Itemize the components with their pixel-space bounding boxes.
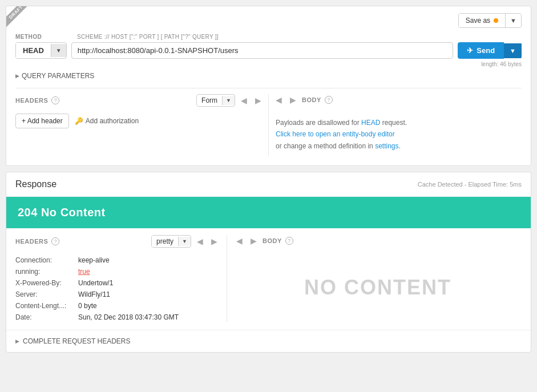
table-row: running:true (15, 266, 220, 277)
table-row: Date:Sun, 02 Dec 2018 03:47:30 GMT (15, 312, 220, 323)
pretty-dropdown[interactable]: pretty ▼ (151, 235, 191, 248)
add-header-button[interactable]: + Add header (15, 114, 69, 128)
method-url-row: HEAD ▼ ✈ Send ▼ (15, 42, 522, 59)
no-content-text: NO CONTENT (304, 276, 451, 300)
settings-link[interactable]: settings (375, 142, 398, 150)
header-value: WildFly/11 (78, 289, 220, 300)
method-select[interactable]: HEAD ▼ (15, 42, 67, 59)
headers-section-header: HEADERS ? Form ▼ ◀ ▶ (15, 94, 264, 107)
method-dropdown-arrow[interactable]: ▼ (51, 44, 66, 57)
headers-section: HEADERS ? Form ▼ ◀ ▶ + Add header 🔑 (15, 94, 268, 128)
save-as-button[interactable]: Save as ▼ (458, 13, 522, 28)
pretty-arrow[interactable]: ▼ (178, 237, 191, 246)
headers-help-icon[interactable]: ? (51, 96, 59, 104)
form-value: Form (197, 95, 222, 106)
query-params-triangle: ▶ (15, 73, 19, 79)
url-length: length: 46 bytes (15, 61, 522, 67)
resp-nav-left[interactable]: ◀ (195, 236, 205, 247)
send-dropdown-arrow[interactable]: ▼ (504, 43, 522, 58)
resp-headers-help[interactable]: ? (51, 237, 59, 245)
header-value: 0 byte (78, 300, 220, 312)
headers-title: HEADERS (15, 97, 48, 104)
body-nav-right[interactable]: ▶ (288, 94, 298, 106)
body-text4: . (398, 142, 400, 150)
save-as-dot (494, 18, 498, 23)
resp-body-section: ◀ ▶ BODY ? NO CONTENT (227, 235, 522, 322)
body-text1: Payloads are disallowed for (276, 119, 361, 127)
key-icon: 🔑 (75, 117, 83, 125)
header-name: Date: (15, 312, 78, 323)
draft-label: DRAFT (6, 6, 29, 27)
save-as-row: Save as ▼ (15, 13, 522, 28)
send-button[interactable]: ✈ Send (458, 42, 504, 59)
table-row: X-Powered-By:Undertow/1 (15, 277, 220, 289)
resp-nav-right[interactable]: ▶ (209, 236, 220, 247)
status-bar: 204 No Content (6, 197, 531, 228)
url-input[interactable] (71, 42, 454, 59)
headers-buttons: + Add header 🔑 Add authorization (15, 114, 264, 128)
resp-body-header: ◀ ▶ BODY ? (234, 235, 522, 246)
body-line1: Payloads are disallowed for HEAD request… (276, 117, 519, 128)
head-link[interactable]: HEAD (361, 119, 380, 127)
main-wrapper: DRAFT Save as ▼ METHOD SCHEME :// HOST [… (0, 0, 537, 358)
response-content: HEADERS ? pretty ▼ ◀ ▶ Connection:keep-a… (6, 228, 531, 330)
nav-left-arrow[interactable]: ◀ (239, 95, 249, 106)
resp-headers-title: HEADERS (15, 238, 48, 245)
header-value: keep-alive (78, 254, 220, 266)
table-row: Content-Lengt...:0 byte (15, 300, 220, 312)
body-nav-left[interactable]: ◀ (273, 94, 284, 106)
query-params-row[interactable]: ▶ QUERY PARAMETERS (15, 70, 522, 82)
header-value: true (78, 266, 220, 277)
send-button-group: ✈ Send ▼ (458, 42, 522, 59)
response-panel: Response Cache Detected - Elapsed Time: … (6, 172, 531, 353)
nav-right-arrow[interactable]: ▶ (253, 95, 264, 106)
body-section-header: ◀ ▶ BODY ? (273, 94, 522, 106)
resp-body-nav-right[interactable]: ▶ (248, 235, 259, 246)
query-params-label: QUERY PARAMETERS (22, 72, 94, 80)
resp-body-help[interactable]: ? (285, 237, 293, 245)
no-content-area: NO CONTENT (234, 253, 522, 322)
body-content: Payloads are disallowed for HEAD request… (273, 112, 522, 156)
body-help-icon[interactable]: ? (325, 96, 333, 104)
save-as-main[interactable]: Save as (459, 14, 506, 27)
send-icon: ✈ (467, 46, 473, 55)
form-arrow[interactable]: ▼ (222, 96, 235, 105)
add-auth-button[interactable]: 🔑 Add authorization (75, 114, 139, 128)
send-label: Send (477, 46, 495, 55)
body-text2: request. (380, 119, 407, 127)
complete-headers-triangle: ▶ (15, 338, 19, 344)
divider (15, 88, 522, 88)
editor-link[interactable]: Click here to open an entity-body editor (276, 128, 519, 140)
resp-body-nav-left[interactable]: ◀ (234, 235, 245, 246)
headers-body-row: HEADERS ? Form ▼ ◀ ▶ + Add header 🔑 (15, 94, 522, 156)
header-name: Connection: (15, 254, 78, 266)
request-panel: DRAFT Save as ▼ METHOD SCHEME :// HOST [… (6, 6, 531, 166)
complete-headers-row[interactable]: ▶ COMPLETE REQUEST HEADERS (6, 330, 531, 352)
cache-info: Cache Detected - Elapsed Time: 5ms (418, 181, 522, 188)
save-as-dropdown-arrow[interactable]: ▼ (506, 14, 521, 27)
response-title: Response (15, 179, 56, 189)
body-section: ◀ ▶ BODY ? Payloads are disallowed for H… (268, 94, 522, 156)
body-title: BODY (302, 96, 321, 103)
table-row: Server:WildFly/11 (15, 289, 220, 300)
body-text3: or change a method definition in (276, 142, 375, 150)
header-name: X-Powered-By: (15, 277, 78, 289)
body-line3: or change a method definition in setting… (276, 140, 519, 152)
draft-corner: DRAFT (6, 6, 29, 29)
resp-body-title: BODY (263, 237, 282, 244)
add-auth-label: Add authorization (86, 117, 139, 125)
response-header-table: Connection:keep-aliverunning:trueX-Power… (15, 254, 220, 323)
header-name: Content-Lengt...: (15, 300, 78, 312)
header-value: Undertow/1 (78, 277, 220, 289)
pretty-value: pretty (152, 236, 178, 247)
add-header-label: + Add header (22, 117, 63, 125)
complete-headers-label: COMPLETE REQUEST HEADERS (23, 337, 130, 345)
scheme-label: SCHEME :// HOST [":" PORT ] [ PATH ["?" … (77, 34, 219, 40)
save-as-label: Save as (466, 17, 490, 25)
resp-headers-section: HEADERS ? pretty ▼ ◀ ▶ Connection:keep-a… (15, 235, 227, 323)
form-dropdown[interactable]: Form ▼ (196, 94, 235, 107)
method-label: METHOD (15, 34, 72, 40)
header-name: Server: (15, 289, 78, 300)
response-header-bar: Response Cache Detected - Elapsed Time: … (6, 172, 531, 197)
header-value: Sun, 02 Dec 2018 03:47:30 GMT (78, 312, 220, 323)
